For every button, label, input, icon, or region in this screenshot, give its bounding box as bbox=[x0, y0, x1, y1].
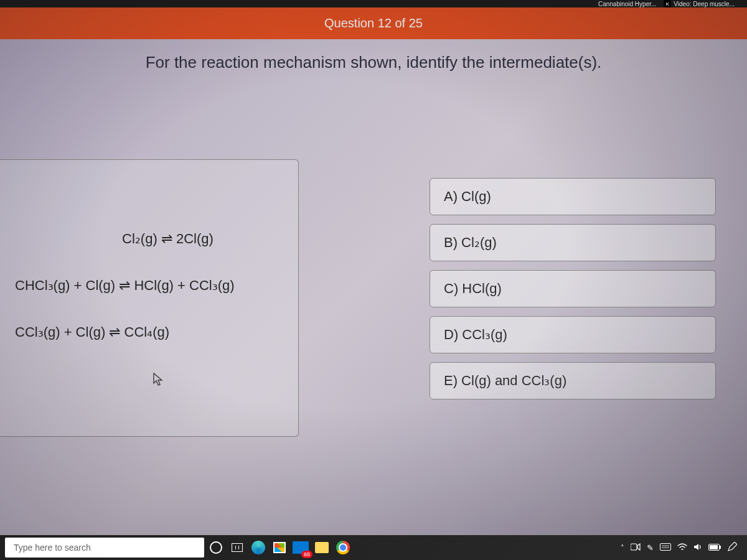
microsoft-store-button[interactable] bbox=[270, 538, 289, 557]
mechanism-step-1: Cl₂(g) ⇌ 2Cl(g) bbox=[15, 221, 283, 256]
svg-rect-5 bbox=[720, 546, 721, 549]
cortana-button[interactable] bbox=[207, 538, 225, 557]
answer-option-c[interactable]: C) HCl(g) bbox=[430, 270, 716, 307]
stylus-icon[interactable] bbox=[727, 542, 737, 554]
tab-label: Video: Deep muscle... bbox=[674, 1, 735, 7]
question-header: Question 12 of 25 bbox=[0, 7, 747, 39]
store-icon bbox=[273, 542, 286, 553]
answer-label: B) Cl₂(g) bbox=[444, 235, 497, 250]
question-body: Cl₂(g) ⇌ 2Cl(g) CHCl₃(g) + Cl(g) ⇌ HCl(g… bbox=[0, 78, 747, 437]
volume-icon[interactable] bbox=[693, 543, 702, 553]
question-prompt: For the reaction mechanism shown, identi… bbox=[0, 39, 747, 78]
answer-label: D) CCl₃(g) bbox=[444, 327, 507, 342]
answer-option-b[interactable]: B) Cl₂(g) bbox=[430, 224, 716, 261]
answer-option-e[interactable]: E) Cl(g) and CCl₃(g) bbox=[430, 362, 716, 399]
k-icon: K bbox=[664, 0, 671, 7]
file-explorer-button[interactable] bbox=[312, 538, 331, 557]
meet-now-icon[interactable] bbox=[631, 543, 641, 553]
mechanism-panel: Cl₂(g) ⇌ 2Cl(g) CHCl₃(g) + Cl(g) ⇌ HCl(g… bbox=[0, 159, 299, 437]
answer-label: A) Cl(g) bbox=[444, 189, 491, 204]
mechanism-step-2: CHCl₃(g) + Cl(g) ⇌ HCl(g) + CCl₃(g) bbox=[15, 268, 283, 303]
svg-rect-6 bbox=[710, 545, 718, 549]
windows-taskbar: Type here to search 68 ˄ ✎ bbox=[0, 535, 747, 560]
search-placeholder: Type here to search bbox=[14, 543, 91, 553]
battery-icon[interactable] bbox=[708, 543, 721, 553]
answer-list: A) Cl(g) B) Cl₂(g) C) HCl(g) D) CCl₃(g) … bbox=[430, 178, 716, 437]
chrome-button[interactable] bbox=[334, 538, 352, 557]
tab-label: Cannabinoid Hyper... bbox=[598, 1, 656, 7]
answer-label: C) HCl(g) bbox=[444, 281, 502, 296]
quiz-content: Question 12 of 25 For the reaction mecha… bbox=[0, 7, 747, 535]
task-view-button[interactable] bbox=[228, 538, 247, 557]
answer-option-d[interactable]: D) CCl₃(g) bbox=[430, 316, 716, 353]
answer-option-a[interactable]: A) Cl(g) bbox=[430, 178, 716, 215]
svg-rect-0 bbox=[631, 544, 637, 550]
question-counter: Question 12 of 25 bbox=[324, 16, 423, 30]
answer-label: E) Cl(g) and CCl₃(g) bbox=[444, 373, 566, 388]
chrome-icon bbox=[336, 541, 350, 554]
cortana-icon bbox=[210, 541, 222, 554]
mail-button[interactable]: 68 bbox=[291, 538, 310, 557]
task-view-icon bbox=[232, 543, 243, 552]
mail-badge: 68 bbox=[301, 551, 312, 558]
mechanism-step-3: CCl₃(g) + Cl(g) ⇌ CCl₄(g) bbox=[15, 314, 283, 350]
svg-rect-1 bbox=[660, 543, 671, 550]
browser-tab[interactable]: Cannabinoid Hyper... bbox=[598, 1, 656, 7]
folder-icon bbox=[315, 542, 329, 553]
wifi-icon[interactable] bbox=[677, 543, 687, 553]
system-tray[interactable]: ˄ ✎ bbox=[621, 542, 742, 554]
browser-tab-strip: Cannabinoid Hyper... K Video: Deep muscl… bbox=[0, 0, 747, 7]
edge-icon bbox=[251, 541, 265, 554]
taskbar-search[interactable]: Type here to search bbox=[5, 538, 204, 558]
keyboard-icon[interactable] bbox=[660, 543, 671, 553]
pen-icon[interactable]: ✎ bbox=[647, 543, 654, 553]
tray-chevron-up-icon[interactable]: ˄ bbox=[621, 544, 624, 552]
edge-button[interactable] bbox=[249, 538, 268, 557]
browser-tab[interactable]: K Video: Deep muscle... bbox=[664, 0, 735, 7]
